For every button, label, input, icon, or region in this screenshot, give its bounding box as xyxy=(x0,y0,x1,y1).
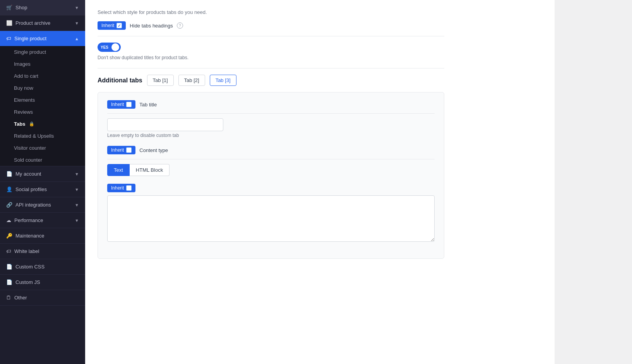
tab-3-button[interactable]: Tab [3] xyxy=(210,75,236,86)
field-divider xyxy=(107,113,435,114)
tab-title-input[interactable] xyxy=(107,118,223,131)
chevron-down-icon: ▼ xyxy=(75,203,79,207)
toggle-switch[interactable]: YES xyxy=(98,43,121,52)
sidebar-item-maintenance[interactable]: 🔑 Maintenance xyxy=(0,228,85,243)
sidebar-item-api-integrations[interactable]: 🔗 API integrations ▼ xyxy=(0,197,85,212)
sidebar-item-label: Single product xyxy=(14,36,46,41)
sidebar-item-custom-css[interactable]: 📄 Custom CSS xyxy=(0,259,85,274)
content-type-section: Inherit Content type Text HTML Block xyxy=(107,146,435,176)
field-divider-2 xyxy=(107,159,435,159)
sidebar-item-product-archive[interactable]: ⬜ Product archive ▼ xyxy=(0,15,85,31)
inherit-hide-tabs-button[interactable]: Inherit ✓ xyxy=(98,21,126,30)
tab-2-button[interactable]: Tab [2] xyxy=(178,75,205,86)
inherit-label: Inherit xyxy=(111,147,124,153)
api-icon: 🔗 xyxy=(6,202,12,208)
toggle-circle xyxy=(111,43,119,51)
other-icon: 🗒 xyxy=(6,295,11,301)
tab-title-hint: Leave empty to disable custom tab xyxy=(107,133,435,138)
inherit-content-button[interactable]: Inherit xyxy=(107,184,135,192)
content-inherit-checkbox[interactable] xyxy=(126,185,132,191)
subitem-reviews[interactable]: Reviews xyxy=(0,106,85,118)
right-panel xyxy=(555,0,632,364)
tab-title-inherit-checkbox[interactable] xyxy=(126,102,132,107)
sidebar-item-other[interactable]: 🗒 Other xyxy=(0,290,85,305)
content-type-label: Content type xyxy=(139,147,168,153)
single-product-icon: 🏷 xyxy=(6,36,11,41)
sidebar-item-social-profiles[interactable]: 👤 Social profiles ▼ xyxy=(0,182,85,197)
help-icon[interactable]: ? xyxy=(177,22,183,29)
sidebar-item-label: Shop xyxy=(15,5,27,10)
content-textarea-section: Inherit xyxy=(107,184,435,243)
subitem-images[interactable]: Images xyxy=(0,58,85,70)
subitem-sold-counter[interactable]: Sold counter xyxy=(0,154,85,166)
sidebar-item-label: My account xyxy=(15,171,41,177)
inherit-content-type-button[interactable]: Inherit xyxy=(107,146,135,154)
single-product-submenu: Single product Images Add to cart Buy no… xyxy=(0,46,85,166)
inherit-tab-title-button[interactable]: Inherit xyxy=(107,100,135,109)
product-archive-icon: ⬜ xyxy=(6,20,12,26)
subitem-single-product[interactable]: Single product xyxy=(0,46,85,58)
sidebar: 🛒 Shop ▼ ⬜ Product archive ▼ 🏷 Single pr… xyxy=(0,0,85,364)
chevron-down-icon: ▼ xyxy=(75,187,79,192)
sidebar-item-label: API integrations xyxy=(15,202,51,208)
custom-js-icon: 📄 xyxy=(6,279,12,285)
main-content: Select which style for products tabs do … xyxy=(85,0,555,364)
my-account-icon: 📄 xyxy=(6,171,12,177)
custom-css-icon: 📄 xyxy=(6,264,12,270)
subitem-visitor-counter[interactable]: Visitor counter xyxy=(0,142,85,154)
sidebar-item-my-account[interactable]: 📄 My account ▼ xyxy=(0,166,85,181)
html-block-button[interactable]: HTML Block xyxy=(130,164,170,176)
sidebar-item-label: White label xyxy=(14,248,39,254)
maintenance-icon: 🔑 xyxy=(6,233,12,239)
sidebar-item-label: Social profiles xyxy=(15,186,47,192)
section-divider xyxy=(98,68,444,68)
content-textarea[interactable] xyxy=(107,195,435,242)
tab-title-field-row: Inherit Tab title xyxy=(107,100,435,109)
chevron-down-icon: ▼ xyxy=(75,218,79,223)
subitem-related-upsells[interactable]: Related & Upsells xyxy=(0,130,85,142)
lock-icon: 🔒 xyxy=(29,121,34,126)
subitem-tabs[interactable]: Tabs 🔒 xyxy=(0,118,85,130)
inherit-label: Inherit xyxy=(111,102,124,107)
inherit-checkbox[interactable]: ✓ xyxy=(116,23,122,28)
inherit-label: Inherit xyxy=(111,185,124,191)
chevron-up-icon: ▲ xyxy=(75,36,79,41)
toggle-yes-label: YES xyxy=(99,45,110,50)
content-inherit-row: Inherit xyxy=(107,184,435,192)
content-type-field-row: Inherit Content type xyxy=(107,146,435,154)
top-description: Select which style for products tabs do … xyxy=(98,9,444,15)
tab-title-section: Inherit Tab title Leave empty to disable… xyxy=(107,100,435,138)
text-button[interactable]: Text xyxy=(107,164,130,176)
shop-icon: 🛒 xyxy=(6,5,12,10)
tab-title-label: Tab title xyxy=(139,102,157,108)
sidebar-item-white-label[interactable]: 🏷 White label xyxy=(0,244,85,259)
additional-tabs-header: Additional tabs Tab [1] Tab [2] Tab [3] xyxy=(98,75,444,86)
sidebar-item-shop[interactable]: 🛒 Shop ▼ xyxy=(0,0,85,15)
white-label-icon: 🏷 xyxy=(6,248,11,254)
hide-tabs-headings-row: Inherit ✓ Hide tabs headings ? xyxy=(98,21,444,30)
sidebar-item-label: Other xyxy=(14,295,27,301)
subitem-elements[interactable]: Elements xyxy=(0,94,85,106)
inherit-label: Inherit xyxy=(101,23,114,28)
sidebar-item-custom-js[interactable]: 📄 Custom JS xyxy=(0,275,85,290)
subitem-add-to-cart[interactable]: Add to cart xyxy=(0,70,85,82)
content-type-inherit-checkbox[interactable] xyxy=(126,147,132,153)
sidebar-item-label: Maintenance xyxy=(15,233,44,239)
tab-content-box: Inherit Tab title Leave empty to disable… xyxy=(98,92,444,259)
subitem-buy-now[interactable]: Buy now xyxy=(0,82,85,94)
sidebar-item-single-product[interactable]: 🏷 Single product ▲ xyxy=(0,31,85,46)
social-icon: 👤 xyxy=(6,186,12,192)
chevron-down-icon: ▼ xyxy=(75,172,79,176)
tab-1-button[interactable]: Tab [1] xyxy=(147,75,174,86)
toggle-hint: Don't show duplicated titles for product… xyxy=(98,55,444,60)
hide-tabs-label: Hide tabs headings xyxy=(130,23,173,29)
sidebar-item-label: Custom JS xyxy=(15,279,40,285)
chevron-down-icon: ▼ xyxy=(75,21,79,26)
sidebar-item-label: Performance xyxy=(14,217,43,223)
chevron-down-icon: ▼ xyxy=(75,5,79,10)
sidebar-item-label: Custom CSS xyxy=(15,264,45,270)
performance-icon: ☁ xyxy=(6,217,11,223)
divider xyxy=(98,36,444,36)
content-type-buttons: Text HTML Block xyxy=(107,164,435,176)
sidebar-item-performance[interactable]: ☁ Performance ▼ xyxy=(0,213,85,228)
